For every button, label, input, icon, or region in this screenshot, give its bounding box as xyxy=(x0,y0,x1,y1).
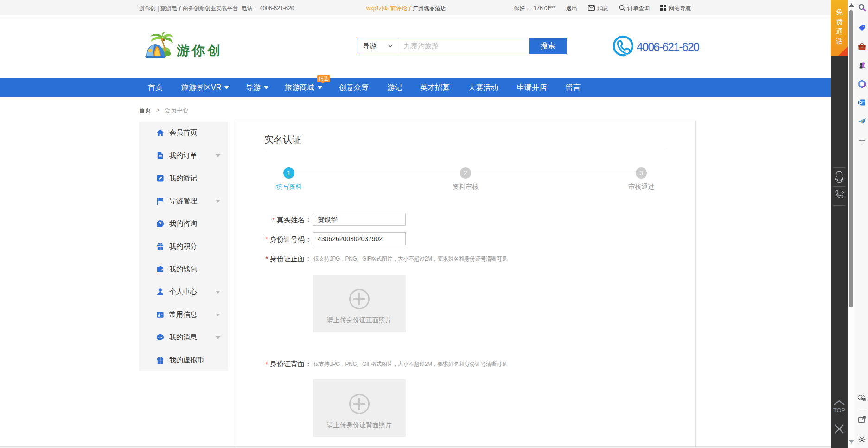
svg-text:?: ? xyxy=(159,221,161,226)
